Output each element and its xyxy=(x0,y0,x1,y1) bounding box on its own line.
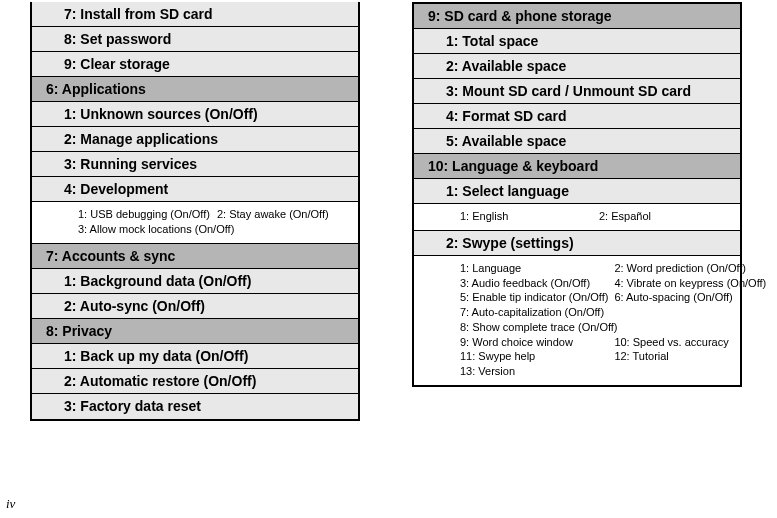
list-item: 8: Set password xyxy=(32,27,358,52)
list-item: 9: Clear storage xyxy=(32,52,358,77)
detail-item: 2: Español xyxy=(599,210,732,224)
list-item: 2: Available space xyxy=(414,54,740,79)
page: 7: Install from SD card 8: Set password … xyxy=(0,0,777,518)
section-heading: 10: Language & keyboard xyxy=(414,154,740,179)
detail-item: 6: Auto-spacing (On/Off) xyxy=(614,291,766,305)
list-item: 4: Format SD card xyxy=(414,104,740,129)
detail-item: 4: Vibrate on keypress (On/Off) xyxy=(614,277,766,291)
page-number: iv xyxy=(6,496,15,512)
detail-item: 1: English xyxy=(460,210,593,224)
left-column: 7: Install from SD card 8: Set password … xyxy=(30,2,360,421)
list-item: 7: Install from SD card xyxy=(32,2,358,27)
detail-item: 9: Word choice window xyxy=(460,336,608,350)
detail-item: 13: Version xyxy=(460,365,766,379)
list-item: 1: Select language xyxy=(414,179,740,204)
list-item: 1: Total space xyxy=(414,29,740,54)
section-heading: 7: Accounts & sync xyxy=(32,244,358,269)
list-item: 1: Back up my data (On/Off) xyxy=(32,344,358,369)
details-development: 1: USB debugging (On/Off) 2: Stay awake … xyxy=(32,202,358,244)
list-item: 1: Background data (On/Off) xyxy=(32,269,358,294)
detail-item: 3: Audio feedback (On/Off) xyxy=(460,277,608,291)
list-item: 3: Running services xyxy=(32,152,358,177)
section-heading: 6: Applications xyxy=(32,77,358,102)
detail-item: 5: Enable tip indicator (On/Off) xyxy=(460,291,608,305)
left-frame: 7: Install from SD card 8: Set password … xyxy=(30,2,360,421)
detail-item: 11: Swype help xyxy=(460,350,608,364)
detail-item: 2: Stay awake (On/Off) xyxy=(217,208,350,222)
list-item: 4: Development xyxy=(32,177,358,202)
details-swype-settings: 1: Language 2: Word prediction (On/Off) … xyxy=(414,256,740,385)
detail-item: 3: Allow mock locations (On/Off) xyxy=(78,223,350,237)
details-select-language: 1: English 2: Español xyxy=(414,204,740,231)
detail-item: 8: Show complete trace (On/Off) xyxy=(460,321,766,335)
section-heading: 9: SD card & phone storage xyxy=(414,4,740,29)
list-item: 3: Mount SD card / Unmount SD card xyxy=(414,79,740,104)
detail-item: 10: Speed vs. accuracy xyxy=(614,336,766,350)
detail-item: 7: Auto-capitalization (On/Off) xyxy=(460,306,766,320)
list-item: 2: Auto-sync (On/Off) xyxy=(32,294,358,319)
detail-item: 12: Tutorial xyxy=(614,350,766,364)
right-column: 9: SD card & phone storage 1: Total spac… xyxy=(412,2,742,387)
right-frame: 9: SD card & phone storage 1: Total spac… xyxy=(412,2,742,387)
section-heading: 8: Privacy xyxy=(32,319,358,344)
list-item: 2: Manage applications xyxy=(32,127,358,152)
list-item: 1: Unknown sources (On/Off) xyxy=(32,102,358,127)
list-item: 2: Automatic restore (On/Off) xyxy=(32,369,358,394)
list-item: 5: Available space xyxy=(414,129,740,154)
detail-item: 1: USB debugging (On/Off) xyxy=(78,208,211,222)
list-item: 2: Swype (settings) xyxy=(414,231,740,256)
detail-item: 1: Language xyxy=(460,262,608,276)
detail-item: 2: Word prediction (On/Off) xyxy=(614,262,766,276)
list-item: 3: Factory data reset xyxy=(32,394,358,419)
